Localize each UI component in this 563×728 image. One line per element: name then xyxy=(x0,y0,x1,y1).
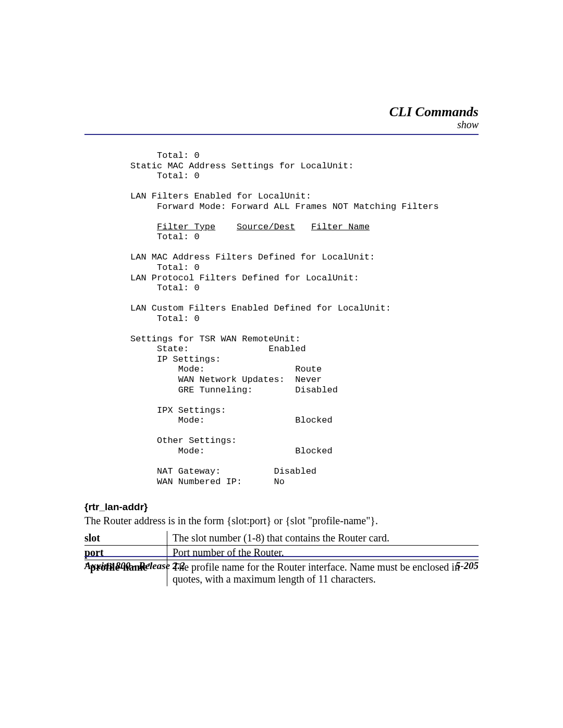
cli-line: LAN MAC Address Filters Defined for Loca… xyxy=(130,252,375,262)
cli-line: Mode: Blocked xyxy=(130,446,333,456)
cli-line: Forward Mode: Forward ALL Frames NOT Mat… xyxy=(130,202,439,212)
cli-line: WAN Network Updates: Never xyxy=(130,375,322,385)
term-slot: slot xyxy=(84,531,167,546)
cli-line: Total: 0 xyxy=(130,151,200,161)
section-heading: {rtr_lan-addr} xyxy=(84,501,479,513)
cli-line: LAN Protocol Filters Defined for LocalUn… xyxy=(130,273,359,283)
cli-line: Mode: Blocked xyxy=(130,415,333,425)
cli-line: LAN Filters Enabled for LocalUnit: xyxy=(130,191,311,201)
cli-line: State: Enabled xyxy=(130,344,306,354)
cli-line: IP Settings: xyxy=(130,354,221,364)
cli-line: Total: 0 xyxy=(130,283,200,293)
cli-line: Settings for TSR WAN RemoteUnit: xyxy=(130,334,300,344)
footer-rule xyxy=(84,556,479,557)
cli-line: NAT Gateway: Disabled xyxy=(130,466,316,476)
cli-line: LAN Custom Filters Enabled Defined for L… xyxy=(130,303,391,313)
cli-line: Total: 0 xyxy=(130,263,200,273)
cli-line: Total: 0 xyxy=(130,171,200,181)
cli-line: Total: 0 xyxy=(130,232,200,242)
section-paragraph: The Router address is in the form {slot:… xyxy=(84,515,479,527)
footer-page-number: 5-205 xyxy=(456,560,479,572)
page-footer: Axxius 800 - Release 2.2 5-205 xyxy=(84,556,479,572)
cli-line: Static MAC Address Settings for LocalUni… xyxy=(130,161,353,171)
cli-line: Other Settings: xyxy=(130,436,237,446)
cli-line: GRE Tunneling: Disabled xyxy=(130,385,338,395)
header-rule xyxy=(84,134,479,135)
table-row: slot The slot number (1-8) that contains… xyxy=(84,531,479,546)
cli-output: Total: 0 Static MAC Address Settings for… xyxy=(130,151,479,487)
page-header: CLI Commands show xyxy=(84,104,479,131)
cli-line: Total: 0 xyxy=(130,314,200,324)
page: CLI Commands show Total: 0 Static MAC Ad… xyxy=(0,0,563,728)
cli-col-filter-type: Filter Type xyxy=(157,222,215,232)
cli-col-filter-name: Filter Name xyxy=(311,222,370,232)
header-title: CLI Commands xyxy=(84,104,479,120)
footer-left: Axxius 800 - Release 2.2 xyxy=(84,560,185,572)
cli-col-source-dest: Source/Dest xyxy=(237,222,295,232)
desc-slot: The slot number (1-8) that contains the … xyxy=(167,531,479,546)
cli-line: WAN Numbered IP: No xyxy=(130,477,285,487)
cli-line: IPX Settings: xyxy=(130,405,226,415)
header-subtitle: show xyxy=(84,119,479,131)
cli-line: Mode: Route xyxy=(130,364,322,374)
